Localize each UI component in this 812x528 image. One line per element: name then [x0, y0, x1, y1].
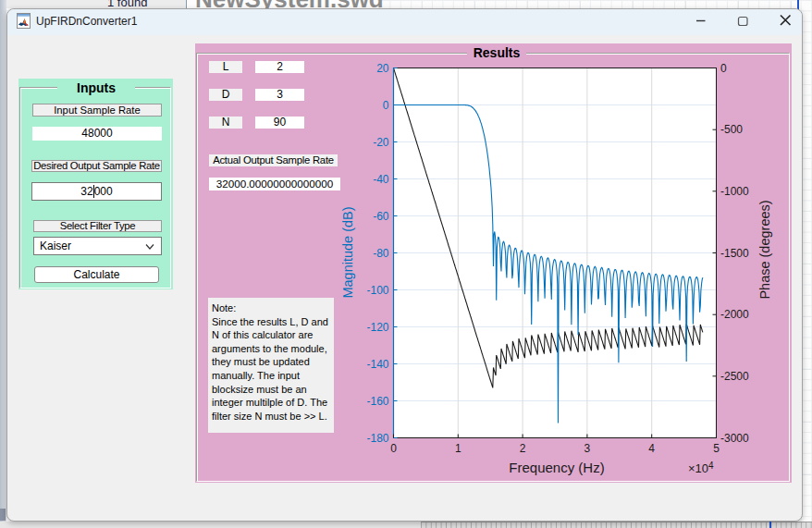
svg-text:-80: -80	[373, 247, 389, 260]
svg-text:-2000: -2000	[720, 308, 749, 321]
svg-text:-1000: -1000	[720, 185, 749, 198]
svg-text:-3000: -3000	[720, 432, 749, 445]
svg-text:-140: -140	[366, 358, 388, 371]
svg-text:Frequency (Hz): Frequency (Hz)	[509, 460, 604, 475]
svg-text:1: 1	[455, 442, 461, 455]
svg-text:0: 0	[720, 62, 727, 75]
svg-text:-2500: -2500	[720, 370, 749, 383]
svg-text:3: 3	[584, 442, 591, 455]
svg-text:2: 2	[520, 442, 526, 455]
svg-text:-180: -180	[366, 432, 388, 445]
svg-text:-60: -60	[373, 210, 389, 223]
svg-text:20: 20	[376, 62, 389, 75]
svg-text:Magnitude (dB): Magnitude (dB)	[340, 206, 355, 298]
svg-text:5: 5	[713, 442, 720, 455]
svg-text:-100: -100	[366, 284, 388, 297]
svg-text:-160: -160	[366, 395, 388, 408]
svg-text:0: 0	[390, 442, 397, 455]
svg-text:Phase (degrees): Phase (degrees)	[757, 200, 772, 299]
svg-text:-1500: -1500	[720, 247, 749, 260]
svg-text:×104: ×104	[688, 460, 714, 475]
svg-text:-40: -40	[373, 173, 389, 186]
svg-text:0: 0	[383, 99, 389, 112]
svg-text:-120: -120	[366, 321, 388, 334]
svg-text:4: 4	[648, 442, 655, 455]
svg-text:-500: -500	[720, 123, 743, 136]
svg-text:-20: -20	[373, 136, 389, 149]
